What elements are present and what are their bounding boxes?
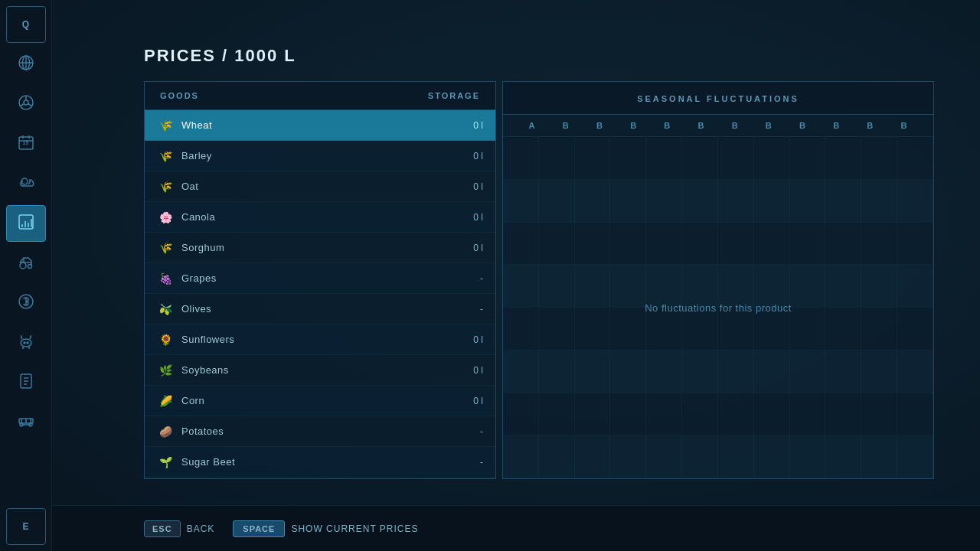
goods-row-soybeans[interactable]: 🌿 Soybeans 0 l xyxy=(145,355,495,386)
main-content: PRICES / 1000 L GOODS STORAGE 🌾 Wheat 0 … xyxy=(52,0,980,551)
goods-panel: GOODS STORAGE 🌾 Wheat 0 l 🌾 Barley 0 l 🌾… xyxy=(144,81,496,479)
seasonal-cell-7-3 xyxy=(610,435,646,478)
goods-name-sugar-beet: Sugar Beet xyxy=(181,456,452,468)
back-label: BACK xyxy=(187,523,215,534)
seasonal-cell-6-10 xyxy=(861,393,897,435)
q-key-label: Q xyxy=(22,19,29,30)
seasonal-cell-6-11 xyxy=(897,393,933,435)
seasonal-cell-7-9 xyxy=(825,435,861,478)
sidebar-item-tractor[interactable] xyxy=(6,245,46,282)
seasonal-cell-2-4 xyxy=(646,223,682,265)
goods-icon-corn: 🌽 xyxy=(157,393,174,409)
sidebar-item-money[interactable] xyxy=(6,285,46,321)
sidebar-item-notes[interactable] xyxy=(6,364,46,401)
seasonal-col-3: B xyxy=(617,121,651,130)
back-action[interactable]: ESC BACK xyxy=(144,520,214,537)
goods-row-sunflowers[interactable]: 🌻 Sunflowers 0 l xyxy=(145,324,495,355)
goods-icon-olives: 🫒 xyxy=(157,301,174,318)
seasonal-cell-6-6 xyxy=(718,393,754,435)
seasonal-cell-4-6 xyxy=(718,308,754,350)
sidebar-item-weather[interactable] xyxy=(6,165,46,202)
seasonal-cell-4-3 xyxy=(610,308,646,350)
notes-icon xyxy=(18,373,34,393)
show-prices-action[interactable]: SPACE SHOW CURRENT PRICES xyxy=(233,520,418,537)
goods-row-canola[interactable]: 🌸 Canola 0 l xyxy=(145,202,495,233)
seasonal-cell-4-10 xyxy=(861,308,897,350)
sidebar: Q xyxy=(0,0,52,551)
goods-name-soybeans: Soybeans xyxy=(181,364,452,376)
seasonal-grid-row-2 xyxy=(503,223,933,266)
goods-row-grapes[interactable]: 🍇 Grapes - xyxy=(145,263,495,294)
goods-row-potatoes[interactable]: 🥔 Potatoes - xyxy=(145,416,495,447)
sidebar-item-globe[interactable] xyxy=(6,46,46,83)
sidebar-item-calendar[interactable]: 15 xyxy=(6,126,46,162)
seasonal-col-5: B xyxy=(684,121,718,130)
sidebar-item-q[interactable]: Q xyxy=(6,6,46,43)
sidebar-item-e[interactable]: E xyxy=(6,508,46,545)
seasonal-cell-2-8 xyxy=(790,223,826,265)
seasonal-cell-0-7 xyxy=(754,137,790,179)
seasonal-cell-5-6 xyxy=(718,350,754,393)
goods-row-sugar-beet[interactable]: 🌱 Sugar Beet - xyxy=(145,447,495,478)
seasonal-cell-6-2 xyxy=(575,393,611,435)
steering-icon xyxy=(18,94,34,115)
goods-column-header: GOODS xyxy=(160,91,199,100)
seasonal-cell-0-11 xyxy=(897,137,933,179)
show-prices-label: SHOW CURRENT PRICES xyxy=(291,523,418,534)
goods-icon-canola: 🌸 xyxy=(157,209,174,226)
goods-name-wheat: Wheat xyxy=(181,119,452,131)
seasonal-cell-2-11 xyxy=(897,223,933,265)
goods-row-corn[interactable]: 🌽 Corn 0 l xyxy=(145,386,495,416)
goods-row-barley[interactable]: 🌾 Barley 0 l xyxy=(145,141,495,171)
seasonal-cell-1-8 xyxy=(790,180,826,222)
svg-point-19 xyxy=(20,262,26,269)
seasonal-cell-7-0 xyxy=(503,435,539,478)
chart-icon xyxy=(18,214,34,234)
no-fluctuations-text: No fluctuations for this product xyxy=(645,302,792,314)
esc-key[interactable]: ESC xyxy=(144,520,181,537)
goods-storage-barley: 0 l xyxy=(452,151,483,161)
seasonal-cell-4-1 xyxy=(539,308,575,350)
goods-row-wheat[interactable]: 🌾 Wheat 0 l xyxy=(145,110,495,141)
seasonal-cell-0-3 xyxy=(610,137,646,179)
goods-storage-grapes: - xyxy=(452,273,483,284)
seasonal-cell-2-1 xyxy=(539,223,575,265)
svg-point-20 xyxy=(28,264,31,268)
seasonal-cell-0-5 xyxy=(682,137,718,179)
sidebar-item-production[interactable] xyxy=(6,404,46,441)
seasonal-cell-3-9 xyxy=(825,265,861,307)
space-key[interactable]: SPACE xyxy=(233,520,285,537)
seasonal-cell-6-4 xyxy=(646,393,682,435)
seasonal-cell-5-5 xyxy=(682,350,718,393)
seasonal-cell-6-3 xyxy=(610,393,646,435)
seasonal-cell-0-6 xyxy=(718,137,754,179)
seasonal-grid-row-5 xyxy=(503,350,933,393)
svg-point-25 xyxy=(24,342,25,344)
goods-list[interactable]: 🌾 Wheat 0 l 🌾 Barley 0 l 🌾 Oat 0 l 🌸 Can… xyxy=(145,110,495,478)
seasonal-cell-0-2 xyxy=(575,137,611,179)
seasonal-cell-3-8 xyxy=(790,265,826,307)
seasonal-grid-row-7 xyxy=(503,435,933,478)
seasonal-col-10: B xyxy=(854,121,887,130)
seasonal-cell-0-4 xyxy=(646,137,682,179)
sidebar-item-prices[interactable] xyxy=(6,205,46,242)
goods-name-corn: Corn xyxy=(181,395,452,406)
seasonal-cell-5-3 xyxy=(610,350,646,393)
sidebar-item-livestock[interactable] xyxy=(6,324,46,361)
seasonal-cell-3-10 xyxy=(861,265,897,307)
goods-icon-oat: 🌾 xyxy=(157,178,174,195)
goods-row-sorghum[interactable]: 🌾 Sorghum 0 l xyxy=(145,233,495,263)
bottom-bar: ESC BACK SPACE SHOW CURRENT PRICES xyxy=(52,505,980,551)
goods-row-olives[interactable]: 🫒 Olives - xyxy=(145,294,495,324)
seasonal-cell-1-5 xyxy=(682,180,718,222)
seasonal-cell-2-2 xyxy=(575,223,611,265)
sidebar-item-steering[interactable] xyxy=(6,86,46,122)
goods-row-sugar-beet-cut[interactable]: 🌱 Sugar Beet Cut - xyxy=(145,478,495,478)
seasonal-cell-5-1 xyxy=(539,350,575,393)
goods-storage-canola: 0 l xyxy=(452,212,483,223)
svg-line-7 xyxy=(20,103,24,106)
goods-row-oat[interactable]: 🌾 Oat 0 l xyxy=(145,171,495,202)
seasonal-col-1: B xyxy=(549,121,583,130)
seasonal-cell-2-9 xyxy=(825,223,861,265)
seasonal-cell-1-10 xyxy=(861,180,897,222)
